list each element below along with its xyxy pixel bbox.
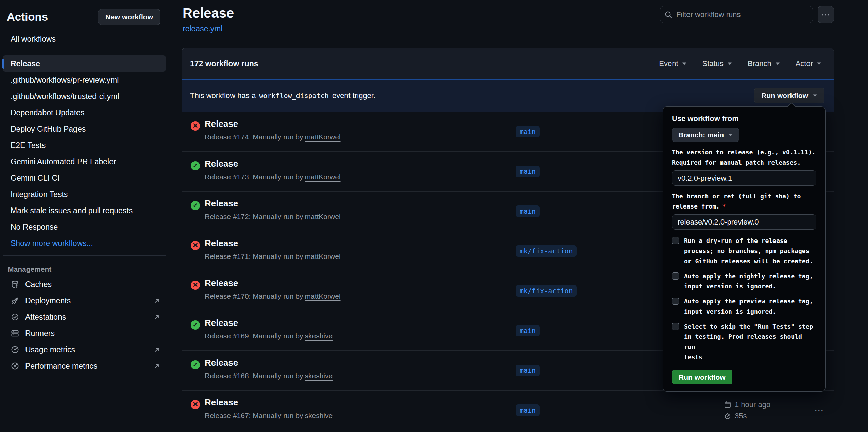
sidebar-management-item[interactable]: Attestations xyxy=(3,309,166,325)
sidebar-management-item[interactable]: Usage metrics xyxy=(3,342,166,358)
banner-text-suffix: event trigger. xyxy=(332,91,375,100)
run-title-link[interactable]: Release xyxy=(205,198,238,209)
runs-panel-header: 172 workflow runs Event Status Branch xyxy=(182,48,834,79)
run-description: Release #172: Manually run bymattKorwel xyxy=(205,213,341,221)
run-title-link[interactable]: Release xyxy=(205,159,238,169)
branch-badge[interactable]: mk/fix-action xyxy=(516,245,577,257)
checkbox[interactable] xyxy=(672,298,679,305)
run-actor-link[interactable]: mattKorwel xyxy=(305,213,341,220)
run-description: Release #173: Manually run bymattKorwel xyxy=(205,173,341,181)
sidebar-workflow-item[interactable]: No Response xyxy=(3,219,166,235)
run-actor-link[interactable]: mattKorwel xyxy=(305,173,341,181)
run-title-link[interactable]: Release xyxy=(205,278,238,288)
run-status-icon xyxy=(191,400,200,409)
workflow-options-button[interactable]: ⋯ xyxy=(818,6,834,23)
branch-badge[interactable]: main xyxy=(516,166,540,177)
sidebar-management-label: Deployments xyxy=(25,296,71,305)
sidebar-workflow-label: .github/workflows/trusted-ci.yml xyxy=(11,92,119,101)
runs-filter-label: Branch xyxy=(748,59,771,68)
sidebar-workflow-item[interactable]: Release xyxy=(3,55,166,72)
external-link-icon xyxy=(153,362,161,370)
dialog-checkbox-row: Run a dry-run of the release process; no… xyxy=(672,236,816,266)
workflow-file-link[interactable]: release.yml xyxy=(183,24,223,33)
ref-input[interactable] xyxy=(672,214,816,230)
sidebar-management-item[interactable]: Performance metrics xyxy=(3,358,166,374)
checkbox[interactable] xyxy=(672,272,679,280)
run-title-link[interactable]: Release xyxy=(205,397,238,408)
run-title-link[interactable]: Release xyxy=(205,119,238,129)
run-actor-link[interactable]: mattKorwel xyxy=(305,133,341,141)
branch-badge[interactable]: main xyxy=(516,126,540,137)
sidebar-workflow-label: No Response xyxy=(11,222,58,232)
version-input[interactable] xyxy=(672,170,816,186)
branch-badge[interactable]: main xyxy=(516,205,540,217)
checkbox[interactable] xyxy=(672,323,679,330)
sidebar-workflow-item[interactable]: Deploy GitHub Pages xyxy=(3,121,166,137)
run-options-button[interactable]: ⋯ xyxy=(814,405,824,416)
popover-caret xyxy=(787,103,796,107)
run-workflow-submit-button[interactable]: Run workflow xyxy=(672,370,732,384)
chevron-down-icon xyxy=(776,63,780,65)
ref-help-text: The branch or ref (full git sha) to rele… xyxy=(672,191,816,212)
branch-selector-button[interactable]: Branch: main xyxy=(672,128,739,142)
verified-icon xyxy=(11,313,19,321)
checkbox-label: Auto apply the preview release tag, inpu… xyxy=(684,296,813,317)
run-actor-link[interactable]: mattKorwel xyxy=(305,292,341,300)
run-title-link[interactable]: Release xyxy=(205,238,238,248)
sidebar-title: Actions xyxy=(7,11,48,23)
sidebar-management-item[interactable]: Caches xyxy=(3,276,166,293)
sidebar-workflow-item[interactable]: Integration Tests xyxy=(3,186,166,202)
banner-event-code: workflow_dispatch xyxy=(259,92,329,100)
sidebar-workflow-item[interactable]: .github/workflows/trusted-ci.yml xyxy=(3,88,166,104)
checkbox-label: Run a dry-run of the release process; no… xyxy=(684,236,813,266)
branch-badge[interactable]: main xyxy=(516,404,540,416)
branch-badge[interactable]: mk/fix-action xyxy=(516,285,577,297)
chevron-down-icon xyxy=(729,134,732,136)
workflow-nav: Release .github/workflows/pr-review.yml … xyxy=(0,55,169,235)
sidebar-workflow-item[interactable]: Gemini CLI CI xyxy=(3,170,166,186)
banner-text-prefix: This workflow has a xyxy=(190,91,256,100)
runs-filter-dropdown[interactable]: Branch xyxy=(748,59,780,68)
runs-filter-dropdown[interactable]: Event xyxy=(659,59,686,68)
cache-icon xyxy=(11,280,19,289)
calendar-icon xyxy=(724,401,731,409)
run-status-icon xyxy=(191,161,200,170)
run-title-link[interactable]: Release xyxy=(205,318,238,328)
run-status-icon xyxy=(191,121,200,131)
sidebar-workflow-item[interactable]: .github/workflows/pr-review.yml xyxy=(3,72,166,88)
sidebar-workflow-label: E2E Tests xyxy=(11,141,46,150)
sidebar-workflow-item[interactable]: Mark stale issues and pull requests xyxy=(3,202,166,219)
branch-badge[interactable]: main xyxy=(516,365,540,376)
external-link-icon xyxy=(153,297,161,305)
filter-runs-input[interactable] xyxy=(660,6,813,23)
new-workflow-button[interactable]: New workflow xyxy=(98,9,160,25)
run-actor-link[interactable]: skeshive xyxy=(305,332,333,340)
run-actor-link[interactable]: skeshive xyxy=(305,412,333,419)
run-workflow-popover: Use workflow from Branch: main The versi… xyxy=(663,106,826,392)
sidebar-workflow-label: Release xyxy=(11,59,40,68)
runs-filter-dropdown[interactable]: Actor xyxy=(796,59,821,68)
sidebar-workflow-label: Deploy GitHub Pages xyxy=(11,124,86,134)
sidebar-management-item[interactable]: Deployments xyxy=(3,293,166,309)
run-workflow-dropdown-button[interactable]: Run workflow xyxy=(754,88,824,103)
chevron-down-icon xyxy=(813,95,817,97)
chevron-down-icon xyxy=(682,63,686,65)
run-actor-link[interactable]: skeshive xyxy=(305,372,333,380)
branch-badge[interactable]: main xyxy=(516,325,540,336)
runs-filter-label: Event xyxy=(659,59,678,68)
sidebar-workflow-item[interactable]: E2E Tests xyxy=(3,137,166,153)
checkbox[interactable] xyxy=(672,237,679,244)
run-title-link[interactable]: Release xyxy=(205,358,238,368)
run-actor-link[interactable]: mattKorwel xyxy=(305,252,341,260)
sidebar-workflow-label: Integration Tests xyxy=(11,190,68,199)
sidebar-management-item[interactable]: Runners xyxy=(3,325,166,342)
sidebar-workflow-item[interactable]: Gemini Automated PR Labeler xyxy=(3,153,166,170)
sidebar-workflow-label: Dependabot Updates xyxy=(11,108,84,117)
run-status-icon xyxy=(191,320,200,330)
external-link-icon xyxy=(153,346,161,354)
runs-filter-dropdown[interactable]: Status xyxy=(702,59,732,68)
meter-icon xyxy=(11,362,19,370)
sidebar-workflow-item[interactable]: Dependabot Updates xyxy=(3,104,166,121)
sidebar-item-all-workflows[interactable]: All workflows xyxy=(3,31,166,47)
show-more-workflows-link[interactable]: Show more workflows... xyxy=(3,235,166,251)
